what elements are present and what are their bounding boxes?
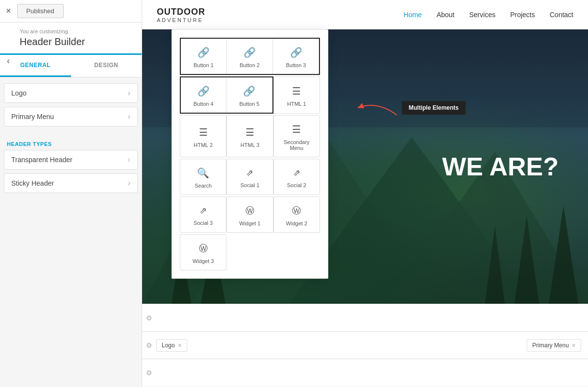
website-header: OUTDOOR ADVENTURE Home About Services Pr… xyxy=(142,0,588,29)
button-1-label: Button 1 xyxy=(194,62,214,68)
close-icon[interactable]: × xyxy=(6,6,11,16)
builder-row-3: ⚙ xyxy=(142,359,588,387)
search-icon: 🔍 xyxy=(197,167,209,179)
builder-row-2-right: Primary Menu × xyxy=(527,339,584,352)
social-2-label: Social 2 xyxy=(287,182,306,188)
logo-label: Logo xyxy=(11,89,26,97)
search-item[interactable]: 🔍 Search xyxy=(180,159,226,195)
search-label: Search xyxy=(195,183,212,189)
back-button[interactable]: ‹ xyxy=(0,51,17,71)
html-3-item[interactable]: ☰ HTML 3 xyxy=(226,115,273,157)
row-6: Ⓦ Widget 3 xyxy=(180,234,320,270)
gear-icon-1[interactable]: ⚙ xyxy=(146,314,152,322)
button-3-icon: 🔗 xyxy=(290,47,302,58)
tabs-row: GENERAL DESIGN xyxy=(0,55,142,77)
primary-menu-label: Primary Menu xyxy=(11,113,54,121)
nav-about[interactable]: About xyxy=(437,11,455,19)
social-3-icon: ⇗ xyxy=(199,205,207,216)
multiple-elements-tooltip: Multiple Elements xyxy=(353,96,466,120)
primary-menu-item[interactable]: Primary Menu › xyxy=(4,107,138,126)
widget-2-icon: Ⓦ xyxy=(292,205,301,217)
widget-1-label: Widget 1 xyxy=(239,220,260,226)
logo-tag-close[interactable]: × xyxy=(178,341,182,349)
builder-row-2: ⚙ Logo × Primary Menu × xyxy=(142,332,588,359)
logo-chevron: › xyxy=(128,89,130,97)
widget-3-label: Widget 3 xyxy=(193,258,214,264)
button-3-label: Button 3 xyxy=(286,62,306,68)
social-2-icon: ⇗ xyxy=(293,168,300,178)
html-1-label: HTML 1 xyxy=(287,101,306,107)
widget-1-icon: Ⓦ xyxy=(245,205,254,217)
primary-menu-tag-label: Primary Menu xyxy=(532,342,569,349)
sticky-header-chevron: › xyxy=(128,179,130,188)
logo-item[interactable]: Logo › xyxy=(4,83,138,103)
button-1-item[interactable]: 🔗 Button 1 xyxy=(181,39,227,74)
html-3-icon: ☰ xyxy=(245,126,254,138)
gear-icon-3[interactable]: ⚙ xyxy=(146,369,152,377)
button-3-item[interactable]: 🔗 Button 3 xyxy=(273,39,319,74)
button-5-label: Button 5 xyxy=(240,101,260,107)
widget-2-item[interactable]: Ⓦ Widget 2 xyxy=(273,196,320,233)
customizing-title: Header Builder xyxy=(20,36,134,48)
header-types-items: Transparent Header › Sticky Header › xyxy=(0,150,142,203)
section-items: Logo › Primary Menu › xyxy=(0,77,142,136)
transparent-header-item[interactable]: Transparent Header › xyxy=(4,150,138,169)
button-1-icon: 🔗 xyxy=(197,47,210,58)
nav-menu: Home About Services Projects Contact xyxy=(404,11,573,19)
button-4-label: Button 4 xyxy=(194,101,214,107)
button-4-item[interactable]: 🔗 Button 4 xyxy=(181,77,226,113)
social-3-label: Social 3 xyxy=(194,220,213,226)
button-5-icon: 🔗 xyxy=(243,85,255,97)
sticky-header-item[interactable]: Sticky Header › xyxy=(4,173,138,193)
transparent-header-label: Transparent Header xyxy=(11,156,73,164)
element-picker-popup: 🔗 Button 1 🔗 Button 2 🔗 Button 3 🔗 xyxy=(172,29,328,279)
nav-projects[interactable]: Projects xyxy=(510,11,535,19)
html-3-label: HTML 3 xyxy=(241,142,260,148)
builder-section: ⚙ ⚙ Logo × Primary Menu × ⚙ xyxy=(142,304,588,387)
site-logo: OUTDOOR ADVENTURE xyxy=(157,7,205,23)
site-logo-sub: ADVENTURE xyxy=(157,17,205,23)
row-3: ☰ HTML 2 ☰ HTML 3 ☰ Secondary Menu xyxy=(180,115,320,157)
published-button[interactable]: Published xyxy=(17,4,64,18)
social-1-icon: ⇗ xyxy=(246,168,253,178)
html-2-label: HTML 2 xyxy=(194,142,213,148)
button-2-label: Button 2 xyxy=(240,62,260,68)
social-1-item[interactable]: ⇗ Social 1 xyxy=(226,159,273,195)
button-5-item[interactable]: 🔗 Button 5 xyxy=(226,77,272,113)
right-panel: OUTDOOR ADVENTURE Home About Services Pr… xyxy=(142,0,588,387)
widget-3-item[interactable]: Ⓦ Widget 3 xyxy=(180,234,226,270)
nav-services[interactable]: Services xyxy=(469,11,495,19)
secondary-menu-item[interactable]: ☰ Secondary Menu xyxy=(273,115,320,157)
nav-home[interactable]: Home xyxy=(404,11,422,19)
left-panel: × Published ‹ You are customizing Header… xyxy=(0,0,142,387)
nav-contact[interactable]: Contact xyxy=(550,11,573,19)
button-2-item[interactable]: 🔗 Button 2 xyxy=(227,39,273,74)
html-2-icon: ☰ xyxy=(199,126,208,138)
social-3-item[interactable]: ⇗ Social 3 xyxy=(180,196,226,233)
logo-tag-label: Logo xyxy=(162,342,175,349)
row-2: 🔗 Button 4 🔗 Button 5 ☰ HTML 1 xyxy=(180,76,320,114)
builder-row-1: ⚙ xyxy=(142,304,588,332)
arrow-svg xyxy=(353,96,402,120)
top-bar: × Published xyxy=(0,0,142,23)
button-group-1: 🔗 Button 1 🔗 Button 2 🔗 Button 3 xyxy=(180,38,320,75)
primary-menu-chevron: › xyxy=(128,112,130,121)
html-1-item[interactable]: ☰ HTML 1 xyxy=(273,76,320,114)
customizing-section: You are customizing Header Builder xyxy=(0,23,142,55)
gear-icon-2[interactable]: ⚙ xyxy=(146,341,152,349)
site-logo-main: OUTDOOR xyxy=(157,7,205,17)
popup-overlay: 🔗 Button 1 🔗 Button 2 🔗 Button 3 🔗 xyxy=(172,29,328,279)
button-4-icon: 🔗 xyxy=(197,85,210,97)
row-5: ⇗ Social 3 Ⓦ Widget 1 Ⓦ Widget 2 xyxy=(180,196,320,233)
widget-2-label: Widget 2 xyxy=(286,220,307,226)
sticky-header-label: Sticky Header xyxy=(11,179,54,187)
widget-1-item[interactable]: Ⓦ Widget 1 xyxy=(226,196,273,233)
primary-menu-tag-close[interactable]: × xyxy=(572,341,576,349)
header-types-label: HEADER TYPES xyxy=(0,136,142,150)
tab-design[interactable]: DESIGN xyxy=(71,55,142,77)
logo-tag: Logo × xyxy=(156,339,187,352)
social-2-item[interactable]: ⇗ Social 2 xyxy=(273,159,320,195)
html-2-item[interactable]: ☰ HTML 2 xyxy=(180,115,226,157)
html-1-icon: ☰ xyxy=(292,85,301,97)
secondary-menu-label: Secondary Menu xyxy=(278,139,316,151)
